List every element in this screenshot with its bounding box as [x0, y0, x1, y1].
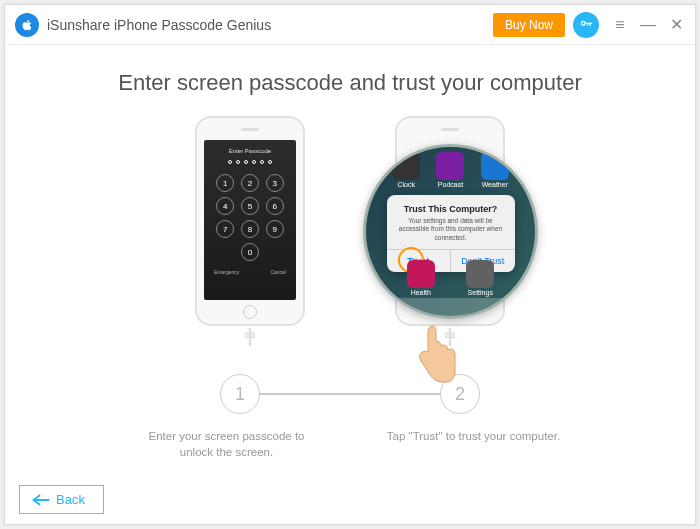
key-0: 0: [241, 243, 259, 261]
menu-icon[interactable]: ≡: [613, 18, 627, 32]
alert-title: Trust This Computer?: [395, 204, 507, 214]
window-controls: ≡ — ✕: [613, 18, 683, 32]
key-9: 9: [266, 220, 284, 238]
key-4: 4: [216, 197, 234, 215]
content-area: Enter screen passcode and trust your com…: [5, 45, 695, 460]
register-key-icon[interactable]: [573, 12, 599, 38]
titlebar-right: Buy Now ≡ — ✕: [493, 12, 683, 38]
home-button-icon: [243, 305, 257, 319]
mag-clock-label: Clock: [392, 181, 420, 188]
minimize-button[interactable]: —: [641, 18, 655, 32]
alert-message: Your settings and data will be accessibl…: [395, 217, 507, 242]
titlebar: iSunshare iPhone Passcode Genius Buy Now…: [5, 5, 695, 45]
step-connector-line: [260, 393, 440, 395]
steps-row: 1 2: [45, 374, 655, 414]
keypad: 1 2 3 4 5 6 7 8 9 0: [208, 174, 292, 261]
app-logo-icon: [15, 13, 39, 37]
magnifier-circle: Clock Podcast Weather Trust This Compute…: [363, 144, 538, 319]
step-labels-row: Enter your screen passcode to unlock the…: [45, 428, 655, 460]
passcode-bottom-labels: Emergency Cancel: [208, 269, 292, 275]
step-1-label: Enter your screen passcode to unlock the…: [139, 428, 314, 460]
enter-passcode-label: Enter Passcode: [208, 148, 292, 154]
cable-icon: [249, 328, 251, 346]
passcode-screen: Enter Passcode 1 2 3 4 5 6 7 8: [204, 140, 296, 300]
cable-icon: [449, 328, 451, 346]
key-5: 5: [241, 197, 259, 215]
phone-body: Enter Passcode 1 2 3 4 5 6 7 8: [195, 116, 305, 326]
close-button[interactable]: ✕: [669, 18, 683, 32]
phone-illustration-trust: Clock Podcast Weather Trust This Compute…: [395, 116, 505, 336]
key-6: 6: [266, 197, 284, 215]
key-3: 3: [266, 174, 284, 192]
phone-speaker-icon: [241, 128, 259, 131]
step-1-circle: 1: [220, 374, 260, 414]
cancel-label: Cancel: [270, 269, 286, 275]
key-2: 2: [241, 174, 259, 192]
buy-now-button[interactable]: Buy Now: [493, 13, 565, 37]
step-2-circle: 2: [440, 374, 480, 414]
emergency-label: Emergency: [214, 269, 239, 275]
app-window: iSunshare iPhone Passcode Genius Buy Now…: [4, 4, 696, 525]
page-title: Enter screen passcode and trust your com…: [45, 70, 655, 96]
mag-settings-label: Settings: [466, 289, 494, 296]
mag-podcast-label: Podcast: [436, 181, 464, 188]
step-2-label: Tap "Trust" to trust your computer.: [386, 428, 561, 460]
key-7: 7: [216, 220, 234, 238]
mag-weather-label: Weather: [481, 181, 509, 188]
passcode-dots: [208, 160, 292, 164]
key-1: 1: [216, 174, 234, 192]
back-arrow-icon: [32, 494, 50, 506]
mag-health-label: Health: [407, 289, 435, 296]
phones-row: Enter Passcode 1 2 3 4 5 6 7 8: [45, 116, 655, 336]
key-8: 8: [241, 220, 259, 238]
phone-illustration-passcode: Enter Passcode 1 2 3 4 5 6 7 8: [195, 116, 305, 336]
back-button[interactable]: Back: [19, 485, 104, 514]
back-label: Back: [56, 492, 85, 507]
app-title: iSunshare iPhone Passcode Genius: [47, 17, 271, 33]
phone-speaker-icon: [441, 128, 459, 131]
titlebar-left: iSunshare iPhone Passcode Genius: [15, 13, 271, 37]
